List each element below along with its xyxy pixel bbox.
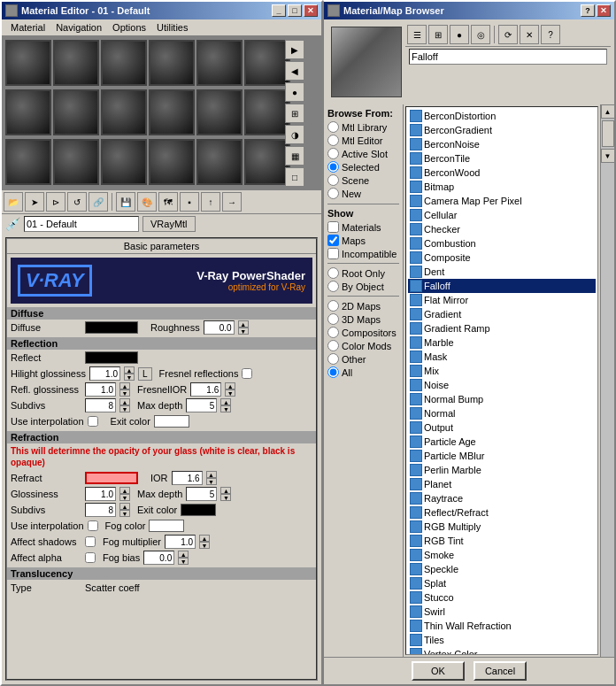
subdivs-input[interactable] (85, 398, 116, 412)
put-to-lib-btn[interactable]: 💾 (116, 192, 135, 212)
assign-btn[interactable]: ⊳ (46, 192, 65, 212)
map-list-item[interactable]: BerconGradient (408, 123, 596, 137)
close-button[interactable]: ✕ (304, 4, 318, 17)
map-list-item[interactable]: Noise (408, 378, 596, 392)
map-list-item[interactable]: BerconWood (408, 166, 596, 180)
slot-11[interactable] (244, 89, 290, 135)
fog-bias-spinner[interactable]: ▲ ▼ (178, 551, 189, 565)
menu-options[interactable]: Options (107, 21, 151, 34)
map-list-item[interactable]: Composite (408, 251, 596, 265)
map-list-item[interactable]: RGB Multiply (408, 520, 596, 534)
radio-other-input[interactable] (327, 353, 339, 365)
map-list-item[interactable]: Gradient (408, 307, 596, 321)
scroll-up-arrow[interactable]: ▲ (601, 104, 615, 119)
diffuse-color-swatch[interactable] (85, 321, 138, 334)
slot-15[interactable] (149, 139, 195, 185)
map-list-item[interactable]: Camera Map Per Pixel (408, 194, 596, 208)
show-shaded-btn[interactable]: ▪ (180, 192, 199, 212)
map-list-item[interactable]: Marble (408, 335, 596, 350)
backlight-btn[interactable]: ◑ (285, 125, 304, 144)
slot-12[interactable] (5, 139, 51, 185)
check-maps-cb[interactable] (327, 235, 339, 246)
map-list-item[interactable]: BerconNoise (408, 137, 596, 151)
radio-mtl-editor-input[interactable] (327, 135, 339, 146)
map-list-item[interactable]: Perlin Marble (408, 463, 596, 477)
scroll-down-arrow[interactable]: ▼ (601, 149, 615, 163)
map-list-item[interactable]: Vertex Color (408, 647, 596, 655)
browser-help-btn[interactable]: ? (581, 4, 595, 17)
hilight-spinner[interactable]: ▲ ▼ (124, 366, 135, 381)
refr-max-depth-input[interactable] (186, 487, 217, 501)
refr-subdivs-input[interactable] (85, 503, 116, 517)
fresnel-checkbox[interactable] (242, 368, 252, 379)
slot-16[interactable] (196, 139, 243, 185)
maximize-button[interactable]: □ (288, 4, 302, 17)
view-icons-btn[interactable]: ⊞ (428, 25, 448, 44)
map-list-item[interactable]: Stucco (408, 590, 596, 605)
radio-all-input[interactable] (327, 366, 339, 378)
map-list[interactable]: BerconDistortionBerconGradientBerconNois… (405, 106, 598, 655)
slot-size-btn[interactable]: □ (285, 167, 304, 187)
radio-active-slot-input[interactable] (327, 148, 339, 159)
max-depth-down[interactable]: ▼ (220, 405, 231, 412)
menu-navigation[interactable]: Navigation (50, 21, 107, 34)
slot-17[interactable] (244, 139, 290, 185)
affect-alpha-cb[interactable] (85, 552, 96, 563)
ior-up[interactable]: ▲ (206, 471, 217, 478)
browser-tool3[interactable]: ⟳ (498, 25, 518, 44)
reflect-color-swatch[interactable] (85, 351, 138, 364)
refract-color-swatch[interactable] (85, 472, 138, 484)
bg-btn[interactable]: ▦ (285, 146, 304, 166)
map-list-item[interactable]: Normal Bump (408, 392, 596, 406)
max-depth-spinner[interactable]: ▲ ▼ (220, 398, 231, 412)
refr-exit-color-swatch[interactable] (181, 504, 216, 516)
get-material-button[interactable]: ▶ (285, 40, 304, 59)
map-list-item[interactable]: Normal (408, 406, 596, 420)
map-list-item[interactable]: Falloff (408, 279, 596, 293)
roughness-down[interactable]: ▼ (238, 328, 249, 335)
ior-input[interactable] (172, 471, 203, 485)
map-list-item[interactable]: Cellular (408, 208, 596, 222)
go-to-parent-btn[interactable]: ↑ (201, 192, 220, 212)
ior-down[interactable]: ▼ (206, 478, 217, 485)
map-list-item[interactable]: Particle MBlur (408, 449, 596, 463)
search-input[interactable] (409, 49, 607, 65)
slot-9[interactable] (149, 89, 195, 135)
browser-tool2[interactable]: ◎ (471, 25, 490, 44)
cancel-button[interactable]: Cancel (474, 661, 527, 681)
map-list-item[interactable]: Dent (408, 265, 596, 279)
fresnel-ior-input[interactable] (190, 382, 221, 397)
refr-use-interp-cb[interactable] (88, 520, 98, 531)
gloss-down[interactable]: ▼ (119, 494, 130, 501)
mat-effects-btn[interactable]: 🎨 (137, 192, 157, 212)
radio-mtl-library-input[interactable] (327, 121, 339, 133)
menu-material[interactable]: Material (5, 21, 50, 34)
radio-color-mods-input[interactable] (327, 340, 339, 351)
view-list-btn[interactable]: ☰ (407, 25, 427, 44)
gloss-up[interactable]: ▲ (119, 487, 130, 494)
max-depth-up[interactable]: ▲ (220, 398, 231, 405)
roughness-up[interactable]: ▲ (238, 320, 249, 328)
slot-1[interactable] (53, 40, 99, 86)
map-list-item[interactable]: Swirl (408, 605, 596, 619)
map-list-item[interactable]: Gradient Ramp (408, 321, 596, 335)
put-mat-btn[interactable]: ➤ (25, 192, 44, 212)
slot-14[interactable] (101, 139, 147, 185)
gloss-spinner[interactable]: ▲ ▼ (119, 487, 130, 501)
map-list-item[interactable]: BerconTile (408, 151, 596, 166)
fog-bias-up[interactable]: ▲ (178, 551, 189, 558)
map-list-item[interactable]: Combustion (408, 236, 596, 251)
fresnel-ior-down[interactable]: ▼ (225, 389, 235, 397)
L-button[interactable]: L (138, 367, 152, 381)
slot-3[interactable] (149, 40, 195, 86)
hilight-input[interactable] (89, 366, 120, 381)
radio-2d-maps-input[interactable] (327, 300, 339, 312)
put-material-button[interactable]: ◀ (285, 61, 304, 81)
fresnel-ior-spinner[interactable]: ▲ ▼ (225, 382, 235, 397)
use-interp-checkbox[interactable] (88, 416, 98, 427)
map-list-item[interactable]: Tiles (408, 633, 596, 647)
radio-root-only-input[interactable] (327, 267, 339, 279)
affect-shadows-cb[interactable] (85, 536, 96, 547)
grid-btn[interactable]: ⊞ (285, 104, 304, 123)
ior-spinner[interactable]: ▲ ▼ (206, 471, 217, 485)
